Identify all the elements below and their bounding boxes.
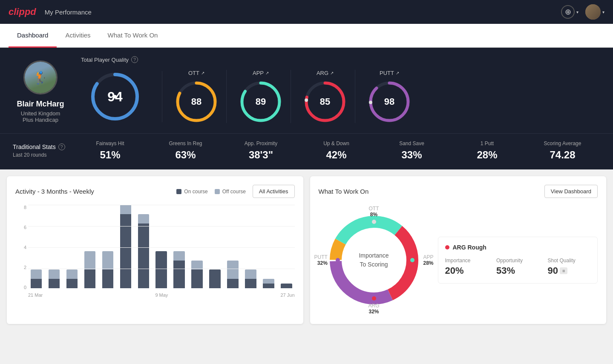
bar-on-course-7 bbox=[155, 251, 167, 288]
bar-stack-1 bbox=[49, 269, 60, 288]
app-donut-label: APP 28% bbox=[423, 254, 433, 266]
legend-off-course-dot bbox=[215, 189, 220, 194]
grid-line-4 bbox=[28, 247, 295, 248]
app-label: APP ↗ bbox=[253, 70, 269, 76]
y-axis: 8 6 4 2 0 bbox=[15, 205, 26, 290]
trad-label-text: Traditional Stats ? bbox=[13, 143, 72, 150]
activity-header-right: On course Off course All Activities bbox=[176, 185, 294, 198]
bar-on-course-6 bbox=[138, 224, 150, 288]
ott-value: 88 bbox=[191, 96, 201, 107]
activity-chart-title: Activity - 3 Months - Weekly bbox=[15, 188, 94, 195]
stat-updown-value: 42% bbox=[303, 149, 370, 161]
bar-group-6 bbox=[135, 205, 152, 288]
bar-on-course-5 bbox=[120, 214, 132, 288]
detail-shot-quality-row: 90 ≡ bbox=[548, 265, 591, 276]
bar-stack-13 bbox=[263, 279, 274, 288]
work-on-card: What To Work On View Dashboard bbox=[310, 176, 607, 324]
work-detail-title: ARG Rough bbox=[445, 244, 591, 251]
trad-sub: Last 20 rounds bbox=[13, 152, 72, 158]
bar-group-13 bbox=[261, 205, 277, 288]
grid-line-8 bbox=[28, 205, 295, 205]
activity-card-header: Activity - 3 Months - Weekly On course O… bbox=[15, 185, 295, 198]
work-detail-card: ARG Rough Importance 20% Opportunity 53%… bbox=[438, 237, 598, 284]
add-button-group[interactable]: ⊕ ▾ bbox=[561, 5, 578, 19]
trad-help-icon[interactable]: ? bbox=[58, 143, 65, 150]
bar-off-course-0 bbox=[31, 269, 42, 279]
bar-stack-11 bbox=[227, 261, 239, 288]
chart-area: 8 6 4 2 0 bbox=[15, 205, 295, 290]
main-gauge: 94 bbox=[89, 71, 141, 122]
stat-greens-name: Greens In Reg bbox=[152, 140, 219, 146]
putt-label: PUTT ↗ bbox=[380, 70, 399, 76]
putt-gauge: 98 bbox=[368, 80, 411, 123]
ott-label: OTT ↗ bbox=[188, 70, 204, 76]
header-left: clippd My Performance bbox=[9, 6, 92, 17]
svg-point-18 bbox=[372, 220, 376, 224]
svg-point-19 bbox=[410, 258, 414, 262]
tab-dashboard[interactable]: Dashboard bbox=[9, 24, 57, 48]
quality-help-icon[interactable]: ? bbox=[131, 56, 138, 63]
svg-point-20 bbox=[372, 296, 376, 301]
stat-updown-name: Up & Down bbox=[303, 140, 370, 146]
putt-trend-icon: ↗ bbox=[396, 71, 399, 75]
arg-gauge-container: ARG ↗ 85 bbox=[295, 70, 355, 123]
svg-point-21 bbox=[336, 258, 340, 262]
tab-what-to-work-on[interactable]: What To Work On bbox=[99, 24, 167, 48]
detail-shot-quality: Shot Quality 90 ≡ bbox=[548, 258, 591, 276]
bar-stack-0 bbox=[31, 269, 42, 288]
bar-on-course-11 bbox=[227, 279, 239, 288]
stat-sandsave-value: 33% bbox=[378, 149, 445, 161]
tabs-nav: Dashboard Activities What To Work On bbox=[0, 24, 613, 48]
avatar-group[interactable]: ▾ bbox=[585, 4, 604, 20]
bar-off-course-5 bbox=[120, 205, 132, 214]
bar-off-course-8 bbox=[173, 251, 185, 261]
work-on-content: Importance To Scoring OTT 8% APP 28% ARG… bbox=[319, 205, 598, 315]
stat-greens-value: 63% bbox=[152, 149, 219, 161]
player-handicap: Plus Handicap bbox=[23, 117, 58, 123]
x-axis: 21 Mar 9 May 27 Jun bbox=[15, 292, 295, 298]
view-dashboard-button[interactable]: View Dashboard bbox=[544, 185, 598, 198]
bar-stack-10 bbox=[209, 269, 221, 288]
bar-stack-5 bbox=[120, 205, 132, 288]
stat-fairways-value: 51% bbox=[77, 149, 144, 161]
tab-activities[interactable]: Activities bbox=[57, 24, 99, 48]
stat-updown: Up & Down 42% bbox=[299, 140, 374, 161]
logo[interactable]: clippd bbox=[9, 6, 36, 17]
app-value: 89 bbox=[256, 96, 266, 107]
logo-text: clippd bbox=[9, 6, 36, 17]
bar-stack-9 bbox=[191, 261, 203, 288]
app-gauge-container: APP ↗ 89 bbox=[231, 70, 291, 123]
bars-container bbox=[28, 205, 295, 288]
arg-label: ARG ↗ bbox=[317, 70, 334, 76]
header-right: ⊕ ▾ ▾ bbox=[561, 4, 604, 20]
bar-group-9 bbox=[189, 205, 205, 288]
bar-group-2 bbox=[64, 205, 80, 288]
bar-on-course-13 bbox=[263, 284, 274, 288]
work-on-header: What To Work On View Dashboard bbox=[319, 185, 598, 198]
avatar-image bbox=[585, 4, 601, 20]
quality-section: Total Player Quality ? 94 bbox=[81, 56, 600, 123]
app-trend-icon: ↗ bbox=[265, 71, 269, 75]
bar-group-14 bbox=[279, 205, 295, 288]
stat-proximity-name: App. Proximity bbox=[227, 140, 294, 146]
stats-banner: 🏌️ Blair McHarg United Kingdom Plus Hand… bbox=[0, 48, 613, 133]
avatar[interactable] bbox=[585, 4, 601, 20]
add-dropdown-arrow[interactable]: ▾ bbox=[576, 10, 578, 14]
ott-gauge: 88 bbox=[175, 80, 218, 123]
bar-group-11 bbox=[225, 205, 241, 288]
avatar-dropdown-arrow[interactable]: ▾ bbox=[602, 10, 604, 14]
bar-on-course-9 bbox=[191, 269, 203, 288]
add-button[interactable]: ⊕ bbox=[561, 5, 575, 19]
bar-group-10 bbox=[207, 205, 223, 288]
header: clippd My Performance ⊕ ▾ ▾ bbox=[0, 0, 613, 24]
stat-greens: Greens In Reg 63% bbox=[148, 140, 223, 161]
bar-on-course-1 bbox=[49, 279, 60, 288]
detail-title-dot bbox=[445, 245, 449, 249]
trad-label: Traditional Stats ? Last 20 rounds bbox=[13, 143, 72, 158]
app-gauge: 89 bbox=[239, 80, 282, 123]
activity-card: Activity - 3 Months - Weekly On course O… bbox=[7, 176, 303, 324]
bar-off-course-12 bbox=[245, 269, 256, 279]
player-avatar-image: 🏌️ bbox=[25, 62, 56, 93]
bar-on-course-14 bbox=[281, 284, 292, 288]
all-activities-button[interactable]: All Activities bbox=[253, 185, 295, 198]
